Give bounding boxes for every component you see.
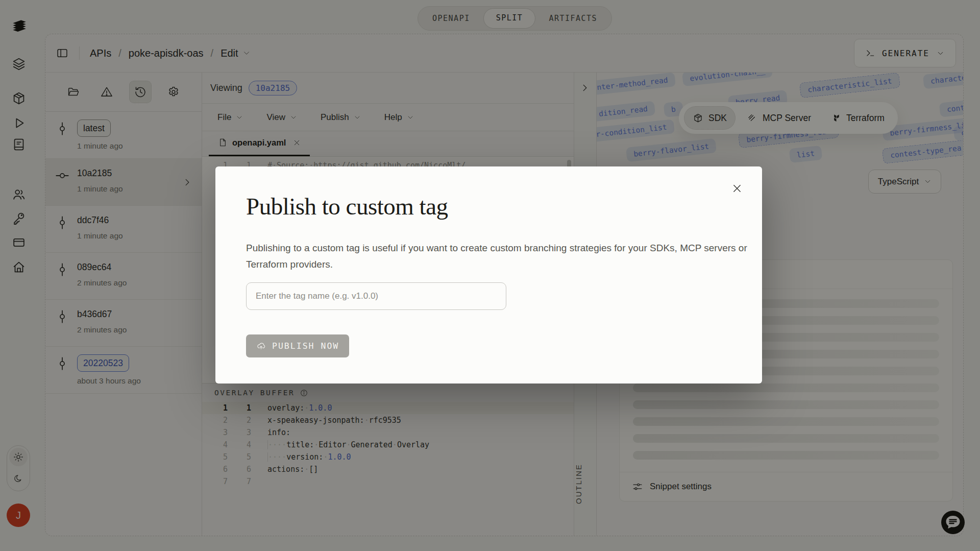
publish-now-label: PUBLISH NOW — [272, 341, 339, 351]
publish-now-button[interactable]: PUBLISH NOW — [246, 334, 349, 357]
tag-name-input[interactable] — [246, 282, 506, 310]
cloud-upload-icon — [256, 341, 266, 351]
modal-description: Publishing to a custom tag is useful if … — [246, 240, 751, 273]
close-modal-icon[interactable] — [731, 183, 743, 194]
publish-tag-modal: Publish to custom tag Publishing to a cu… — [215, 166, 762, 384]
modal-title: Publish to custom tag — [246, 192, 731, 221]
app-root: OPENAPISPLITARTIFACTS J APIs / poke-apis… — [0, 0, 980, 551]
